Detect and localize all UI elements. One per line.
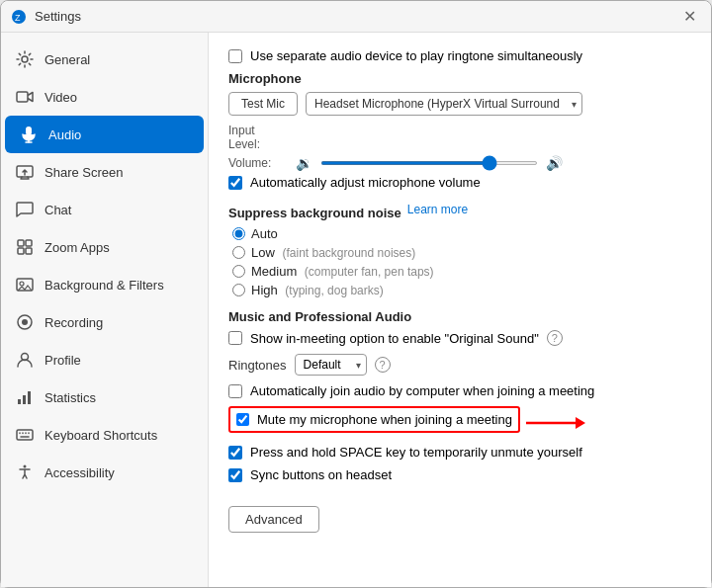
sidebar-item-chat[interactable]: Chat (1, 191, 208, 228)
audio-icon (19, 125, 39, 144)
sidebar-item-zoom-apps[interactable]: Zoom Apps (1, 228, 208, 266)
auto-join-label: Automatically join audio by computer whe… (250, 383, 594, 398)
sidebar-item-recording[interactable]: Recording (1, 303, 208, 341)
original-sound-row: Show in-meeting option to enable "Origin… (228, 330, 691, 346)
noise-option-low: Low (faint background noises) (228, 245, 691, 260)
sidebar-label-background-filters: Background & Filters (44, 278, 164, 293)
sync-buttons-label: Sync buttons on headset (250, 467, 392, 482)
auto-adjust-checkbox[interactable] (228, 176, 242, 190)
ringtone-info-icon[interactable]: ? (375, 357, 391, 373)
sidebar-item-general[interactable]: General (1, 41, 208, 78)
auto-adjust-row: Automatically adjust microphone volume (228, 175, 691, 190)
separate-audio-row: Use separate audio device to play ringto… (228, 48, 691, 63)
video-icon (15, 87, 35, 107)
noise-option-auto: Auto (228, 226, 691, 241)
input-level-row: Input Level: (228, 124, 691, 151)
svg-rect-19 (28, 391, 31, 404)
window-title: Settings (35, 9, 677, 24)
original-sound-label: Show in-meeting option to enable "Origin… (250, 331, 539, 346)
press-hold-label: Press and hold SPACE key to temporarily … (250, 445, 582, 460)
sidebar-label-chat: Chat (44, 203, 71, 217)
press-hold-checkbox[interactable] (228, 446, 242, 460)
record-icon (15, 312, 35, 332)
background-icon (15, 275, 35, 294)
volume-low-icon: 🔉 (296, 155, 312, 171)
auto-join-checkbox[interactable] (228, 384, 242, 398)
noise-label-medium: Medium (computer fan, pen taps) (251, 264, 434, 279)
original-sound-info-icon[interactable]: ? (547, 330, 563, 346)
sidebar-item-audio[interactable]: Audio (5, 116, 204, 153)
original-sound-checkbox[interactable] (228, 331, 242, 345)
noise-option-high: High (typing, dog barks) (228, 283, 691, 297)
mic-select-wrapper: Headset Microphone (HyperX Virtual Surro… (306, 92, 582, 116)
sidebar-item-profile[interactable]: Profile (1, 341, 208, 378)
sidebar-label-video: Video (44, 90, 77, 105)
sidebar-label-audio: Audio (48, 127, 81, 142)
mute-mic-arrow (526, 413, 585, 433)
auto-join-row: Automatically join audio by computer whe… (228, 383, 691, 398)
mic-device-select[interactable]: Headset Microphone (HyperX Virtual Surro… (306, 92, 582, 116)
noise-radio-medium[interactable] (232, 265, 245, 278)
volume-label: Volume: (228, 156, 288, 170)
press-hold-row: Press and hold SPACE key to temporarily … (228, 445, 691, 460)
profile-icon (15, 350, 35, 370)
ringtone-select[interactable]: Default (295, 354, 367, 376)
gear-icon (15, 49, 35, 69)
settings-window: Z Settings ✕ General Video (0, 0, 712, 588)
svg-point-2 (22, 56, 28, 62)
noise-label-auto: Auto (251, 226, 278, 241)
advanced-button[interactable]: Advanced (228, 506, 319, 533)
main-content: General Video Audio Share Screen (1, 33, 711, 587)
sidebar-item-accessibility[interactable]: Accessibility (1, 454, 208, 491)
svg-rect-8 (18, 240, 24, 246)
mute-mic-label: Mute my microphone when joining a meetin… (257, 412, 512, 427)
app-icon: Z (11, 9, 27, 25)
auto-adjust-label: Automatically adjust microphone volume (250, 175, 481, 190)
volume-row: Volume: 🔉 🔊 (228, 155, 691, 171)
sidebar-label-zoom-apps: Zoom Apps (44, 240, 110, 255)
mic-controls-row: Test Mic Headset Microphone (HyperX Virt… (228, 92, 691, 116)
learn-more-link[interactable]: Learn more (407, 203, 468, 216)
sidebar-item-video[interactable]: Video (1, 78, 208, 116)
noise-radio-low[interactable] (232, 246, 245, 259)
keyboard-icon (15, 425, 35, 445)
volume-slider[interactable] (320, 161, 538, 165)
sidebar-item-keyboard-shortcuts[interactable]: Keyboard Shortcuts (1, 416, 208, 454)
sidebar-label-share-screen: Share Screen (44, 165, 124, 180)
suppress-noise-title: Suppress background noise (228, 206, 401, 220)
noise-radio-auto[interactable] (232, 227, 245, 240)
sidebar-item-background-filters[interactable]: Background & Filters (1, 266, 208, 303)
noise-option-medium: Medium (computer fan, pen taps) (228, 264, 691, 279)
sidebar: General Video Audio Share Screen (1, 33, 209, 587)
microphone-section-title: Microphone (228, 71, 691, 86)
share-screen-icon (15, 162, 35, 182)
svg-point-15 (22, 319, 28, 325)
title-bar: Z Settings ✕ (1, 1, 711, 33)
sidebar-item-statistics[interactable]: Statistics (1, 378, 208, 416)
input-level-label: Input Level: (228, 124, 288, 151)
separate-audio-checkbox[interactable] (228, 49, 242, 63)
noise-radio-high[interactable] (232, 284, 245, 296)
svg-point-13 (20, 282, 24, 286)
accessibility-icon (15, 462, 35, 482)
chat-icon (15, 200, 35, 219)
ringtone-select-wrapper: Default (295, 354, 367, 376)
test-mic-button[interactable]: Test Mic (228, 92, 298, 116)
sidebar-item-share-screen[interactable]: Share Screen (1, 153, 208, 191)
advanced-section: Advanced (228, 496, 691, 533)
svg-rect-10 (18, 248, 24, 254)
svg-marker-28 (576, 417, 585, 429)
svg-rect-9 (26, 240, 32, 246)
sidebar-label-keyboard-shortcuts: Keyboard Shortcuts (44, 428, 157, 443)
sidebar-label-statistics: Statistics (44, 390, 96, 405)
apps-icon (15, 237, 35, 257)
sidebar-label-accessibility: Accessibility (44, 465, 115, 480)
volume-high-icon: 🔊 (546, 155, 563, 171)
svg-rect-4 (26, 126, 32, 135)
sync-buttons-checkbox[interactable] (228, 468, 242, 482)
sync-buttons-row: Sync buttons on headset (228, 467, 691, 482)
svg-point-26 (24, 465, 27, 468)
close-button[interactable]: ✕ (677, 5, 701, 29)
ringtone-row: Ringtones Default ? (228, 354, 691, 376)
mute-mic-checkbox[interactable] (236, 413, 249, 426)
